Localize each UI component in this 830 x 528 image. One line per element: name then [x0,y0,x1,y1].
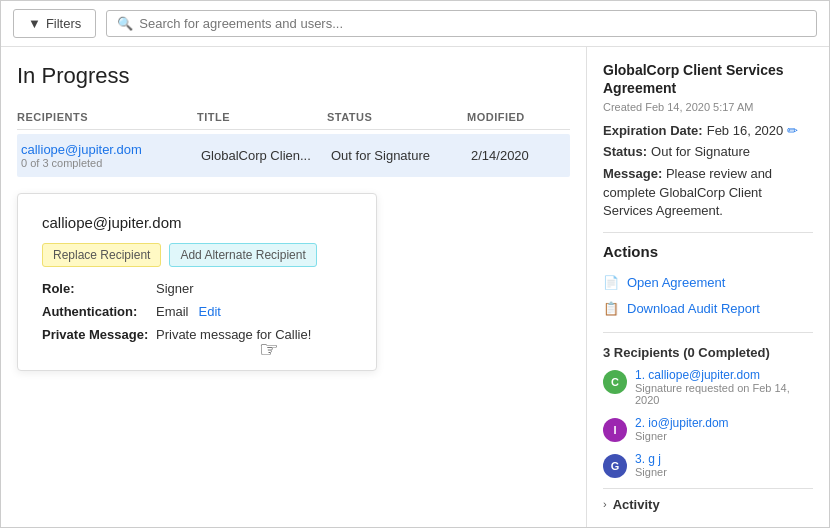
status-label: Status: [603,144,647,159]
recipient-email: calliope@jupiter.dom [21,142,201,157]
top-bar: ▼ Filters 🔍 [1,1,829,47]
left-panel: In Progress RECIPIENTS TITLE STATUS MODI… [1,47,587,528]
status-value: Out for Signature [651,144,750,159]
col-title: TITLE [197,111,327,123]
msg-label: Private Message: [42,327,152,342]
activity-section[interactable]: › Activity [603,488,813,520]
recipient-sub-2: Signer [635,430,729,442]
search-box: 🔍 [106,10,817,37]
agreement-title: GlobalCorp Client Services Agreement [603,61,813,97]
filter-label: Filters [46,16,81,31]
popup-card: calliope@jupiter.dom Replace Recipient A… [17,193,377,371]
row-title: GlobalCorp Clien... [201,142,331,169]
open-agreement-label: Open Agreement [627,275,725,290]
filter-button[interactable]: ▼ Filters [13,9,96,38]
actions-title: Actions [603,243,813,260]
expiration-row: Expiration Date: Feb 16, 2020 ✏ [603,123,813,138]
divider-1 [603,232,813,233]
section-title: In Progress [17,63,570,89]
download-icon: 📋 [603,301,619,317]
right-panel: GlobalCorp Client Services Agreement Cre… [587,47,829,528]
table-header: RECIPIENTS TITLE STATUS MODIFIED [17,105,570,130]
filter-icon: ▼ [28,16,41,31]
msg-value: Private message for Callie! [156,327,311,342]
recipients-section: 3 Recipients (0 Completed) C 1. calliope… [603,345,813,478]
recipient-item-2: I 2. io@jupiter.dom Signer [603,416,813,442]
expiration-edit-icon[interactable]: ✏ [787,123,798,138]
role-label: Role: [42,281,152,296]
auth-edit-link[interactable]: Edit [199,304,221,319]
recipient-info-1: 1. calliope@jupiter.dom Signature reques… [635,368,813,406]
auth-value: Email [156,304,189,319]
recipient-cell: calliope@jupiter.dom 0 of 3 completed [21,142,201,169]
recipient-item-3: G 3. g j Signer [603,452,813,478]
recipient-info-2: 2. io@jupiter.dom Signer [635,416,729,442]
col-modified: MODIFIED [467,111,570,123]
agreement-created: Created Feb 14, 2020 5:17 AM [603,101,813,113]
recipient-name-3: 3. g j [635,452,667,466]
search-icon: 🔍 [117,16,133,31]
popup-auth-row: Authentication: Email Edit [42,304,352,319]
row-modified: 2/14/2020 [471,142,566,169]
recipient-progress: 0 of 3 completed [21,157,201,169]
open-agreement-action[interactable]: 📄 Open Agreement [603,270,813,296]
chevron-right-icon: › [603,498,607,510]
expiration-label: Expiration Date: [603,123,703,138]
search-input[interactable] [139,16,806,31]
download-audit-action[interactable]: 📋 Download Audit Report [603,296,813,322]
popup-email: calliope@jupiter.dom [42,214,352,231]
message-row: Message: Please review and complete Glob… [603,165,813,220]
row-status: Out for Signature [331,142,471,169]
recipient-name-1: 1. calliope@jupiter.dom [635,368,813,382]
avatar-3: G [603,454,627,478]
expiration-value: Feb 16, 2020 [707,123,784,138]
message-label: Message: [603,166,662,181]
role-value: Signer [156,281,194,296]
avatar-1: C [603,370,627,394]
col-recipients: RECIPIENTS [17,111,197,123]
document-icon: 📄 [603,275,619,291]
col-status: STATUS [327,111,467,123]
recipient-sub-3: Signer [635,466,667,478]
activity-label: Activity [613,497,660,512]
status-row: Status: Out for Signature [603,144,813,159]
recipients-header: 3 Recipients (0 Completed) [603,345,813,360]
auth-label: Authentication: [42,304,152,319]
popup-role-row: Role: Signer [42,281,352,296]
recipient-sub-1: Signature requested on Feb 14, 2020 [635,382,813,406]
recipient-name-2: 2. io@jupiter.dom [635,416,729,430]
divider-2 [603,332,813,333]
main-layout: In Progress RECIPIENTS TITLE STATUS MODI… [1,47,829,528]
popup-actions: Replace Recipient Add Alternate Recipien… [42,243,352,267]
download-audit-label: Download Audit Report [627,301,760,316]
table-row[interactable]: calliope@jupiter.dom 0 of 3 completed Gl… [17,134,570,177]
popup-msg-row: Private Message: Private message for Cal… [42,327,352,342]
replace-recipient-button[interactable]: Replace Recipient [42,243,161,267]
avatar-2: I [603,418,627,442]
add-alternate-button[interactable]: Add Alternate Recipient [169,243,316,267]
recipient-info-3: 3. g j Signer [635,452,667,478]
recipient-item-1: C 1. calliope@jupiter.dom Signature requ… [603,368,813,406]
